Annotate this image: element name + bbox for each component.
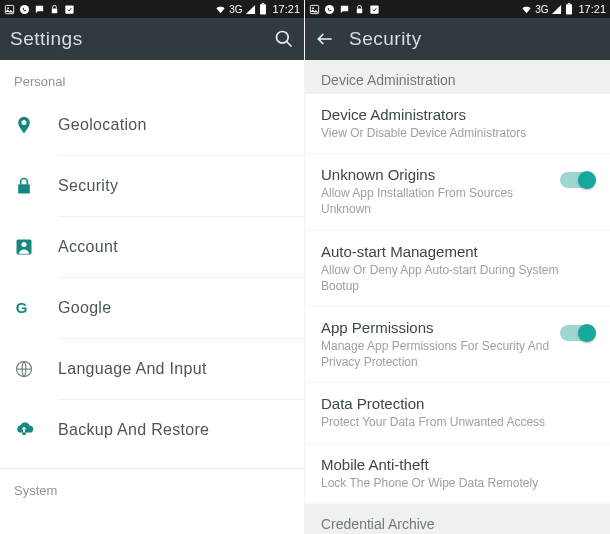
signal-icon — [551, 4, 562, 15]
back-button[interactable] — [315, 29, 335, 49]
settings-item-language[interactable]: Language And Input — [0, 339, 304, 399]
settings-item-security[interactable]: Security — [0, 156, 304, 216]
svg-point-10 — [22, 242, 27, 247]
settings-item-geolocation[interactable]: Geolocation — [0, 95, 304, 155]
security-header: Security — [305, 18, 610, 60]
security-panel: 3G 17:21 Security Device Administration … — [305, 0, 610, 534]
section-credential: Credential Archive — [305, 504, 610, 534]
image-icon — [4, 4, 15, 15]
clock: 17:21 — [272, 3, 300, 15]
svg-rect-4 — [65, 5, 73, 13]
image-icon — [309, 4, 320, 15]
section-system: System — [0, 469, 304, 504]
section-device-admin: Device Administration — [305, 60, 610, 94]
item-label: Google — [58, 299, 111, 317]
network-label: 3G — [229, 4, 242, 15]
status-bar-right: 3G 17:21 — [305, 0, 610, 18]
back-arrow-icon — [315, 29, 335, 49]
page-title: Security — [349, 28, 422, 50]
item-subtitle: Manage App Permissions For Security And … — [321, 338, 552, 370]
toggle-unknown-origins[interactable] — [560, 172, 594, 188]
item-title: Data Protection — [321, 395, 594, 412]
item-label: Backup And Restore — [58, 421, 209, 439]
security-list[interactable]: Device Administration Device Administrat… — [305, 60, 610, 534]
item-label: Account — [58, 238, 118, 256]
item-title: Unknown Origins — [321, 166, 552, 183]
security-item-unknown-origins[interactable]: Unknown Origins Allow App Installation F… — [305, 154, 610, 230]
settings-panel: 3G 17:21 Settings Personal Geolocation S… — [0, 0, 305, 534]
item-title: Auto-start Management — [321, 243, 594, 260]
security-item-autostart[interactable]: Auto-start Management Allow Or Deny App … — [305, 231, 610, 307]
item-subtitle: Protect Your Data From Unwanted Access — [321, 414, 594, 430]
settings-header: Settings — [0, 18, 304, 60]
svg-point-14 — [312, 7, 314, 9]
search-button[interactable] — [274, 29, 294, 49]
page-title: Settings — [10, 28, 83, 50]
svg-rect-8 — [18, 184, 30, 193]
cloud-upload-icon — [14, 420, 34, 440]
item-label: Geolocation — [58, 116, 147, 134]
item-title: App Permissions — [321, 319, 552, 336]
lock-icon — [354, 4, 365, 15]
section-personal: Personal — [0, 60, 304, 95]
settings-list[interactable]: Personal Geolocation Security Account G … — [0, 60, 304, 534]
security-item-data-protection[interactable]: Data Protection Protect Your Data From U… — [305, 383, 610, 443]
item-subtitle: View Or Disable Device Administrators — [321, 125, 594, 141]
globe-icon — [14, 359, 34, 379]
svg-point-7 — [277, 32, 289, 44]
svg-rect-6 — [262, 3, 264, 4]
check-icon — [64, 4, 75, 15]
svg-point-1 — [7, 7, 9, 9]
check-icon — [369, 4, 380, 15]
lock-icon — [14, 176, 34, 196]
svg-rect-3 — [52, 8, 58, 13]
svg-text:G: G — [16, 299, 28, 316]
item-title: Device Administrators — [321, 106, 594, 123]
search-icon — [274, 29, 294, 49]
sms-icon — [34, 4, 45, 15]
google-icon: G — [14, 298, 34, 318]
item-label: Security — [58, 177, 118, 195]
settings-item-google[interactable]: G Google — [0, 278, 304, 338]
svg-rect-19 — [568, 3, 570, 4]
svg-point-15 — [325, 4, 334, 13]
security-item-app-permissions[interactable]: App Permissions Manage App Permissions F… — [305, 307, 610, 383]
settings-item-account[interactable]: Account — [0, 217, 304, 277]
security-item-anti-theft[interactable]: Mobile Anti-theft Lock The Phone Or Wipe… — [305, 444, 610, 504]
whatsapp-icon — [19, 4, 30, 15]
toggle-app-permissions[interactable] — [560, 325, 594, 341]
item-subtitle: Lock The Phone Or Wipe Data Remotely — [321, 475, 594, 491]
sms-icon — [339, 4, 350, 15]
svg-rect-5 — [260, 4, 266, 14]
clock: 17:21 — [578, 3, 606, 15]
item-label: Language And Input — [58, 360, 207, 378]
security-item-device-admins[interactable]: Device Administrators View Or Disable De… — [305, 94, 610, 154]
status-bar-left: 3G 17:21 — [0, 0, 304, 18]
svg-rect-16 — [357, 8, 363, 13]
item-subtitle: Allow Or Deny App Auto-start During Syst… — [321, 262, 594, 294]
network-label: 3G — [535, 4, 548, 15]
signal-icon — [245, 4, 256, 15]
location-icon — [14, 115, 34, 135]
svg-rect-18 — [566, 4, 572, 14]
settings-item-backup[interactable]: Backup And Restore — [0, 400, 304, 460]
item-subtitle: Allow App Installation From Sources Unkn… — [321, 185, 552, 217]
svg-point-2 — [20, 4, 29, 13]
wifi-icon — [521, 4, 532, 15]
account-icon — [14, 237, 34, 257]
whatsapp-icon — [324, 4, 335, 15]
item-title: Mobile Anti-theft — [321, 456, 594, 473]
svg-rect-17 — [370, 5, 378, 13]
lock-icon — [49, 4, 60, 15]
battery-icon — [259, 3, 267, 15]
wifi-icon — [215, 4, 226, 15]
battery-icon — [565, 3, 573, 15]
